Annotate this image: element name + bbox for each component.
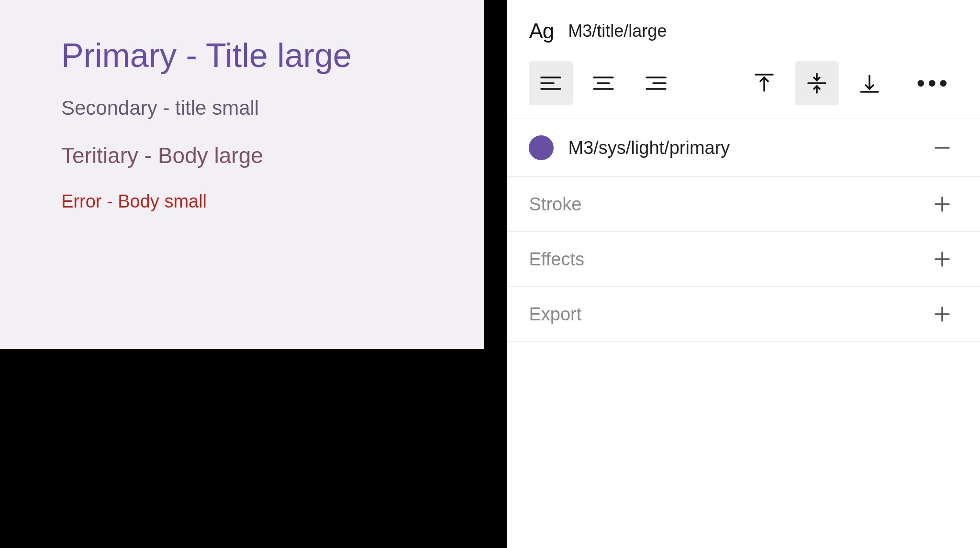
inspector-panel: Ag M3/title/large [505,0,980,548]
text-align-left-icon[interactable] [529,61,573,105]
alignment-toolbar: ••• [529,61,958,105]
fill-section: M3/sys/light/primary [507,119,980,177]
vertical-align-bottom-icon[interactable] [847,61,891,105]
text-align-center-icon[interactable] [581,61,625,105]
export-section: Export [507,287,980,342]
design-frame[interactable]: Primary - Title large Secondary - title … [0,0,484,349]
vertical-align-top-icon[interactable] [742,61,786,105]
fill-style-name: M3/sys/light/primary [568,138,730,158]
stroke-label: Stroke [529,194,581,215]
text-primary-title-large[interactable]: Primary - Title large [61,38,441,74]
vertical-align-middle-icon[interactable] [795,61,839,105]
text-style-chip-icon: Ag [529,19,554,43]
add-export-icon[interactable] [931,303,953,325]
text-error-body-small[interactable]: Error - Body small [61,191,441,212]
export-label: Export [529,304,581,325]
text-tertiary-body-large[interactable]: Teritiary - Body large [61,142,441,168]
text-secondary-title-small[interactable]: Secondary - title small [61,97,441,120]
effects-section: Effects [507,232,980,287]
add-effect-icon[interactable] [931,248,953,270]
fill-color-swatch[interactable] [529,135,554,160]
text-style-row[interactable]: Ag M3/title/large [529,19,958,43]
text-style-name: M3/title/large [568,21,667,41]
text-style-section: Ag M3/title/large [507,0,980,119]
text-align-right-icon[interactable] [634,61,678,105]
add-stroke-icon[interactable] [931,193,953,215]
effects-label: Effects [529,249,584,270]
canvas-area[interactable]: Primary - Title large Secondary - title … [0,0,505,548]
remove-fill-icon[interactable] [931,137,953,159]
more-type-options-icon[interactable]: ••• [909,69,958,97]
stroke-section: Stroke [507,177,980,232]
